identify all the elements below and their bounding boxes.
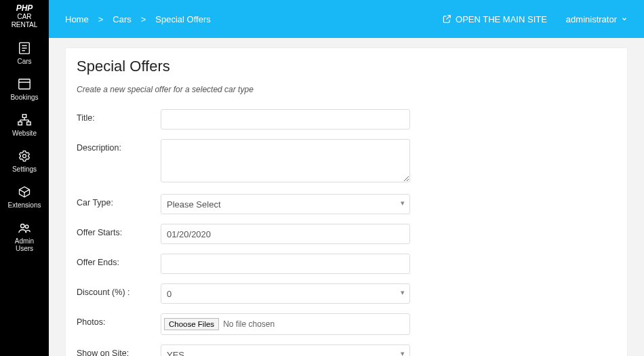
sitemap-icon [0,113,49,127]
user-name: administrator [566,14,617,24]
topbar: Home > Cars > Special Offers OPEN THE MA… [49,0,644,38]
label-photos: Photos: [77,313,161,327]
label-show-on-site: Show on Site: [77,344,161,356]
svg-point-16 [25,225,28,229]
sidebar-item-admin-users[interactable]: AdminUsers [0,214,49,258]
main: Home > Cars > Special Offers OPEN THE MA… [49,0,644,356]
sidebar-item-extensions[interactable]: Extensions [0,178,49,214]
document-lines-icon [0,41,49,55]
external-link-icon [442,14,451,24]
sidebar-item-cars[interactable]: Cars [0,35,49,71]
sidebar-item-settings[interactable]: Settings [0,142,49,178]
sidebar-item-bookings[interactable]: Bookings [0,71,49,106]
label-title: Title: [77,109,161,123]
title-input[interactable] [161,109,410,130]
brand: PHP CAR RENTAL [0,0,49,35]
window-icon [0,77,49,91]
page-subtitle: Create a new special offer for a selecte… [77,85,616,94]
label-car-type: Car Type: [77,194,161,207]
description-textarea[interactable] [161,139,410,182]
car-type-select[interactable]: Please Select [161,194,410,214]
choose-files-button[interactable]: Choose Files [164,318,219,330]
svg-point-13 [23,155,26,158]
brand-line1: CAR [17,13,31,20]
brand-line2: RENTAL [12,21,38,28]
users-icon [0,221,49,235]
crumb-home[interactable]: Home [65,14,89,24]
svg-rect-6 [22,115,26,118]
sidebar: PHP CAR RENTAL Cars Bookings Website [0,0,49,356]
page-title: Special Offers [77,58,616,75]
offer-starts-input[interactable] [161,224,410,244]
cube-icon [0,185,49,199]
svg-rect-7 [18,122,22,125]
label-discount: Discount (%) : [77,283,161,297]
brand-bold: PHP [16,3,33,13]
sidebar-item-label: AdminUsers [0,237,49,252]
label-description: Description: [77,139,161,153]
chevron-down-icon [621,16,628,22]
svg-rect-8 [27,122,31,125]
offer-ends-input[interactable] [161,254,410,274]
crumb-current: Special Offers [155,14,210,24]
content: Special Offers Create a new special offe… [49,38,644,356]
crumb-sep: > [98,14,104,24]
label-offer-ends: Offer Ends: [77,254,161,267]
crumb-cars[interactable]: Cars [113,14,131,24]
open-main-site-link[interactable]: OPEN THE MAIN SITE [442,14,547,24]
sidebar-item-label: Website [0,130,49,137]
gear-icon [0,149,49,163]
sidebar-item-website[interactable]: Website [0,106,49,142]
sidebar-item-label: Cars [0,58,49,65]
sidebar-item-label: Settings [0,165,49,173]
open-main-site-label: OPEN THE MAIN SITE [456,14,547,24]
crumb-sep: > [141,14,146,24]
svg-point-15 [21,224,24,228]
discount-select[interactable]: 0 [161,283,410,304]
file-status-text: No file chosen [223,319,275,329]
sidebar-item-label: Bookings [0,94,49,101]
breadcrumb: Home > Cars > Special Offers [65,14,211,24]
photos-file-input[interactable]: Choose Files No file chosen [161,313,410,335]
sidebar-item-label: Extensions [0,201,49,209]
card: Special Offers Create a new special offe… [65,47,628,356]
user-menu[interactable]: administrator [566,14,628,24]
show-on-site-select[interactable]: YES [161,344,410,356]
label-offer-starts: Offer Starts: [77,224,161,237]
svg-rect-4 [19,79,30,90]
